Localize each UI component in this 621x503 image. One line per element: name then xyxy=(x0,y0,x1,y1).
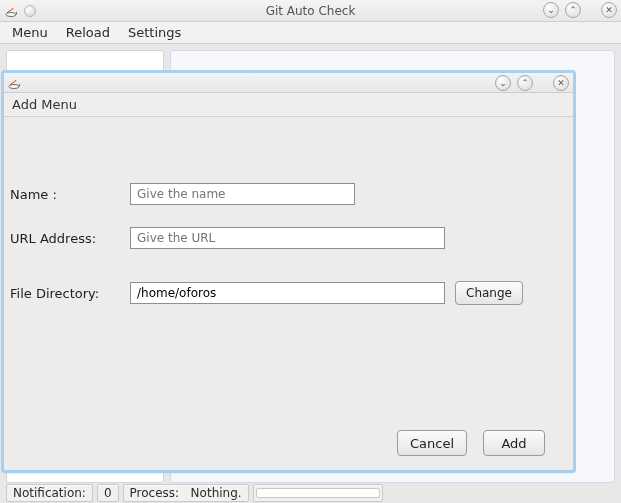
window-title: Git Auto Check xyxy=(0,4,621,18)
menu-settings[interactable]: Settings xyxy=(124,23,185,42)
menu-menu[interactable]: Menu xyxy=(8,23,52,42)
java-icon xyxy=(8,76,22,90)
add-button[interactable]: Add xyxy=(483,430,545,456)
dialog-close-button[interactable]: ✕ xyxy=(553,75,569,91)
add-menu-dialog: ⌄ ⌃ ✕ Add Menu Name : URL Address: File … xyxy=(1,70,576,473)
menubar: Menu Reload Settings xyxy=(0,22,621,44)
close-icon: ✕ xyxy=(557,78,565,88)
dir-label: File Directory: xyxy=(10,286,130,301)
dialog-heading: Add Menu xyxy=(4,93,573,117)
name-input[interactable] xyxy=(130,183,355,205)
status-process-value: Nothing. xyxy=(191,486,242,500)
url-label: URL Address: xyxy=(10,231,130,246)
dialog-body: Name : URL Address: File Directory: Chan… xyxy=(10,129,565,420)
change-button[interactable]: Change xyxy=(455,281,523,305)
status-notification-count: 0 xyxy=(97,484,119,502)
menu-reload[interactable]: Reload xyxy=(62,23,114,42)
dialog-button-row: Cancel Add xyxy=(397,430,545,456)
status-process: Process: Nothing. xyxy=(123,484,249,502)
close-button[interactable]: ✕ xyxy=(601,2,617,18)
cancel-button[interactable]: Cancel xyxy=(397,430,467,456)
chevron-down-icon: ⌄ xyxy=(547,5,555,15)
maximize-button[interactable]: ⌃ xyxy=(565,2,581,18)
name-label: Name : xyxy=(10,187,130,202)
url-input[interactable] xyxy=(130,227,445,249)
status-notification-label: Notification: xyxy=(6,484,93,502)
chevron-up-icon: ⌃ xyxy=(569,5,577,15)
status-bar: Notification: 0 Process: Nothing. xyxy=(6,484,617,502)
dialog-titlebar: ⌄ ⌃ ✕ xyxy=(4,73,573,93)
status-process-label: Process: xyxy=(130,486,180,500)
dialog-maximize-button[interactable]: ⌃ xyxy=(517,75,533,91)
chevron-up-icon: ⌃ xyxy=(521,78,529,88)
chevron-down-icon: ⌄ xyxy=(499,78,507,88)
close-icon: ✕ xyxy=(605,5,613,15)
directory-input[interactable] xyxy=(130,282,445,304)
dialog-minimize-button[interactable]: ⌄ xyxy=(495,75,511,91)
minimize-button[interactable]: ⌄ xyxy=(543,2,559,18)
main-titlebar: Git Auto Check ⌄ ⌃ ✕ xyxy=(0,0,621,22)
status-progress xyxy=(253,484,383,502)
